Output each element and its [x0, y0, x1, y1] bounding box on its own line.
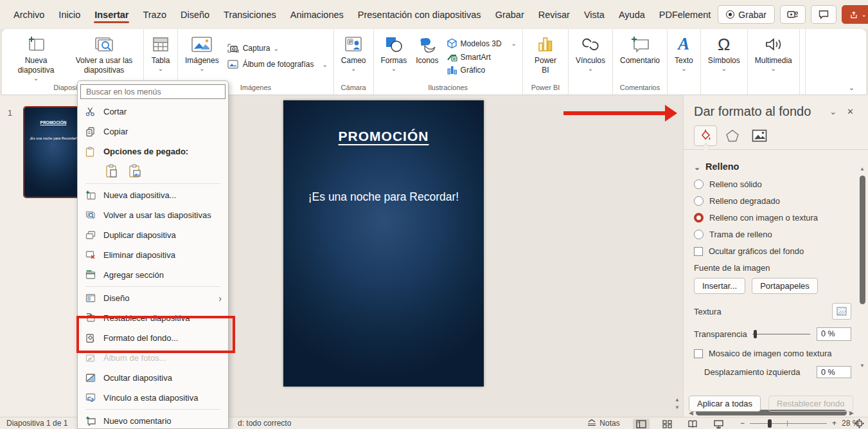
slide-counter[interactable]: Diapositiva 1 de 1: [6, 419, 67, 428]
zoom-slider[interactable]: [750, 423, 827, 424]
texture-picker-button[interactable]: [832, 303, 851, 320]
reset-background-button[interactable]: Restablecer fondo: [768, 396, 853, 412]
icons-button[interactable]: Iconos: [411, 31, 443, 82]
tab-revisar[interactable]: Revisar: [531, 6, 577, 24]
insert-picture-button[interactable]: Insertar...: [694, 278, 745, 294]
reuse-slides-button[interactable]: Volver a usar las diapositivas: [67, 31, 141, 82]
menu-item-restablecer-diapositiva[interactable]: Restablecer diapositiva: [80, 308, 226, 328]
scroll-down-icon[interactable]: ▼: [860, 363, 865, 369]
models-3d-button[interactable]: Modelos 3D ⌄: [447, 38, 517, 49]
group-label-comentarios[interactable]: Comentarios: [616, 82, 664, 95]
chart-button[interactable]: Gráfico: [447, 65, 517, 75]
menu-item-copiar[interactable]: Copiar: [80, 122, 226, 141]
scroll-up-icon[interactable]: ▲: [860, 166, 865, 172]
pane-vertical-scrollbar[interactable]: ▲ ▼: [858, 166, 866, 369]
option-picture-texture-fill[interactable]: Relleno con imagen o textura: [694, 213, 851, 223]
group-label-powerbi[interactable]: Power BI: [526, 82, 565, 95]
tab-grabar[interactable]: Grabar: [488, 6, 531, 24]
offset-left-input[interactable]: 0 %: [817, 366, 851, 378]
paste-keep-format-button[interactable]: [103, 163, 120, 179]
tab-archivo[interactable]: Archivo: [6, 6, 51, 24]
next-slide-button[interactable]: ▼: [675, 405, 680, 410]
zoom-slider-thumb[interactable]: [768, 419, 772, 428]
transparency-slider[interactable]: [752, 334, 810, 334]
clipboard-button[interactable]: Portapapeles: [752, 278, 818, 294]
text-button[interactable]: A Texto ⌄: [670, 31, 698, 82]
tab-inicio[interactable]: Inicio: [51, 6, 87, 24]
accessibility-status[interactable]: d: todo correcto: [238, 419, 291, 428]
slide-sorter-view-button[interactable]: [659, 419, 675, 429]
symbols-button[interactable]: Ω Símbolos ⌄: [704, 31, 745, 82]
photo-album-button[interactable]: Álbum de fotografías ⌄: [227, 59, 328, 69]
tab-animaciones[interactable]: Animaciones: [283, 6, 351, 24]
pane-close-icon[interactable]: ✕: [842, 107, 859, 116]
teams-meeting-button[interactable]: [780, 5, 806, 24]
tab-fill[interactable]: [694, 125, 717, 146]
transparency-slider-thumb[interactable]: [754, 330, 757, 338]
slide-subtitle[interactable]: ¡Es una noche para Recordar!: [308, 190, 459, 204]
powerbi-button[interactable]: Power BI: [526, 31, 565, 82]
menu-item-ocultar-diapositiva[interactable]: Ocultar diapositiva: [80, 368, 226, 388]
tab-diseno[interactable]: Diseño: [173, 6, 217, 24]
menu-item-cortar[interactable]: Cortar: [80, 102, 226, 122]
reading-view-button[interactable]: [684, 419, 701, 429]
tab-vista[interactable]: Vista: [577, 6, 612, 24]
fill-section-header[interactable]: ⌄ Relleno: [694, 161, 851, 172]
media-button[interactable]: Multimedia ⌄: [750, 31, 797, 82]
option-gradient-fill[interactable]: Relleno degradado: [694, 196, 851, 206]
cameo-button[interactable]: P Cameo ⌄: [337, 31, 371, 82]
menu-item-nuevo-comentario[interactable]: Nuevo comentario: [80, 411, 226, 429]
shapes-button[interactable]: Formas ⌄: [376, 31, 412, 82]
menu-search-input[interactable]: [80, 84, 226, 99]
apply-to-all-button[interactable]: Aplicar a todas: [689, 396, 761, 412]
group-label-camara[interactable]: Cámara: [337, 82, 371, 95]
vertical-scroll-thumb[interactable]: [860, 176, 865, 304]
record-button[interactable]: Grabar: [718, 5, 775, 24]
tab-transiciones[interactable]: Transiciones: [217, 6, 283, 24]
slideshow-view-button[interactable]: [710, 419, 727, 429]
slide-thumbnail[interactable]: PROMOCIÓN ¡Es una noche para Recordar!: [23, 106, 84, 198]
new-slide-button[interactable]: Nueva diapositiva ⌄: [4, 31, 67, 82]
tab-picture[interactable]: [748, 125, 771, 146]
menu-item-diseno[interactable]: Diseño ›: [80, 288, 226, 308]
ribbon-collapse-icon[interactable]: ⌄: [849, 84, 855, 92]
hide-background-graphics-checkbox[interactable]: Ocultar gráficos del fondo: [694, 246, 851, 256]
zoom-out-icon[interactable]: −: [740, 419, 745, 428]
notes-button[interactable]: Notas: [586, 419, 620, 428]
tab-presentacion[interactable]: Presentación con diapositivas: [351, 6, 488, 24]
menu-item-duplicar-diapositiva[interactable]: Duplicar diapositiva: [80, 225, 226, 245]
tab-ayuda[interactable]: Ayuda: [612, 6, 652, 24]
smartart-button[interactable]: SmartArt: [447, 52, 517, 62]
menu-item-nueva-diapositiva[interactable]: Nueva diapositiva...: [80, 185, 226, 205]
previous-slide-button[interactable]: ▲: [675, 397, 680, 403]
paste-picture-button[interactable]: [127, 163, 143, 179]
images-button[interactable]: Imágenes ⌄: [181, 31, 224, 82]
tab-pdfelement[interactable]: PDFelement: [652, 6, 718, 24]
option-pattern-fill[interactable]: Trama de relleno: [694, 230, 851, 239]
menu-item-agregar-seccion[interactable]: Agregar sección: [80, 265, 226, 285]
normal-view-button[interactable]: [633, 419, 650, 429]
transparency-value-input[interactable]: 0 %: [817, 327, 851, 341]
fit-slide-button[interactable]: [855, 419, 864, 428]
share-button[interactable]: ⌄: [842, 5, 868, 24]
slide-canvas[interactable]: PROMOCIÓN ¡Es una noche para Recordar!: [283, 100, 484, 387]
tab-trazo[interactable]: Trazo: [136, 6, 173, 24]
tab-effects[interactable]: [721, 125, 744, 146]
menu-item-eliminar-diapositiva[interactable]: Eliminar diapositiva: [80, 245, 226, 265]
tile-picture-checkbox[interactable]: Mosaico de imagen como textura: [694, 349, 851, 358]
models-3d-dropdown-icon: ⌄: [511, 41, 517, 46]
table-button[interactable]: Tabla ⌄: [146, 31, 175, 82]
menu-item-vinculo-a-esta-diapositiva[interactable]: Vínculo a esta diapositiva: [80, 388, 226, 408]
links-button[interactable]: Vínculos ⌄: [571, 31, 610, 82]
comments-button[interactable]: [811, 5, 837, 24]
tab-insertar[interactable]: Insertar: [87, 6, 136, 24]
new-comment-button[interactable]: Comentario: [616, 31, 664, 82]
menu-item-formato-del-fondo[interactable]: Formato del fondo...: [80, 328, 226, 348]
zoom-in-icon[interactable]: +: [832, 419, 837, 428]
menu-item-volver-a-usar[interactable]: Volver a usar las diapositivas: [80, 205, 226, 225]
group-label-ilustraciones[interactable]: Ilustraciones: [376, 82, 520, 95]
slide-title[interactable]: PROMOCIÓN: [339, 129, 429, 144]
pane-options-icon[interactable]: ⌄: [824, 107, 842, 116]
option-solid-fill[interactable]: Relleno sólido: [694, 179, 851, 189]
screenshot-button[interactable]: Captura ⌄: [227, 43, 328, 53]
